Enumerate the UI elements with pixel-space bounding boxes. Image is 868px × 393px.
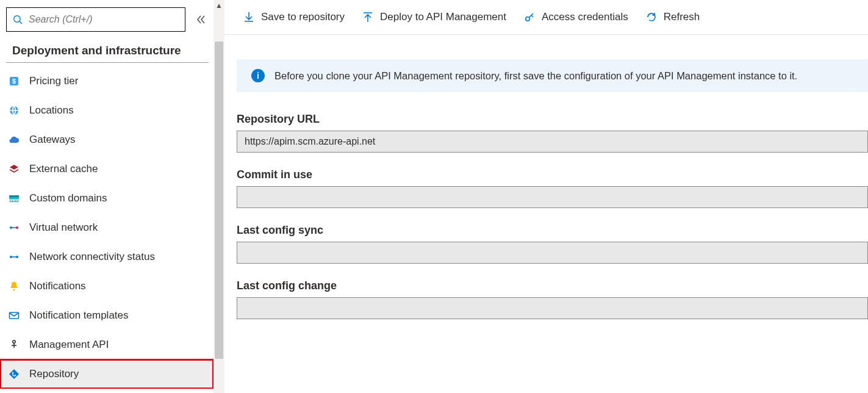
repo-icon bbox=[7, 367, 21, 381]
toolbar: Save to repository Deploy to API Managem… bbox=[224, 0, 868, 35]
sidebar-item-label: Locations bbox=[29, 104, 74, 117]
sidebar-item-custom-domains[interactable]: wwwCustom domains bbox=[0, 184, 213, 213]
sidebar-item-locations[interactable]: Locations bbox=[0, 96, 213, 125]
deploy-button[interactable]: Deploy to API Management bbox=[362, 11, 506, 23]
sidebar-item-label: Repository bbox=[29, 368, 79, 380]
toolbar-label: Refresh bbox=[664, 11, 700, 23]
svg-point-11 bbox=[16, 256, 18, 258]
commit-in-use-label: Commit in use bbox=[237, 168, 868, 181]
sidebar: Deployment and infrastructure $Pricing t… bbox=[0, 0, 213, 393]
toolbar-label: Save to repository bbox=[261, 11, 345, 23]
pricing-tier-icon: $ bbox=[7, 74, 21, 88]
sidebar-item-pricing-tier[interactable]: $Pricing tier bbox=[0, 67, 213, 96]
sidebar-item-gateways[interactable]: Gateways bbox=[0, 125, 213, 154]
search-input[interactable] bbox=[27, 13, 179, 26]
info-banner-text: Before you clone your API Management rep… bbox=[274, 70, 797, 82]
repository-url-field[interactable] bbox=[237, 131, 868, 153]
svg-line-1 bbox=[20, 21, 22, 24]
refresh-icon bbox=[645, 11, 658, 23]
info-icon: i bbox=[251, 69, 265, 82]
sidebar-nav: $Pricing tierLocationsGatewaysExternal c… bbox=[0, 67, 213, 389]
sidebar-item-management-api[interactable]: Management API bbox=[0, 330, 213, 359]
download-icon bbox=[243, 11, 255, 23]
sidebar-item-repository[interactable]: Repository bbox=[0, 359, 213, 389]
cloud-icon bbox=[7, 133, 21, 146]
svg-point-9 bbox=[16, 226, 18, 229]
last-config-sync-label: Last config sync bbox=[237, 224, 868, 237]
globe-icon bbox=[7, 104, 21, 117]
toolbar-label: Access credentials bbox=[542, 11, 628, 23]
sidebar-item-notification-templates[interactable]: Notification templates bbox=[0, 301, 213, 330]
commit-in-use-field[interactable] bbox=[237, 186, 868, 208]
upload-icon bbox=[362, 11, 374, 23]
svg-point-23 bbox=[526, 17, 529, 21]
svg-point-17 bbox=[12, 372, 13, 373]
repository-url-label: Repository URL bbox=[237, 113, 868, 126]
search-box[interactable] bbox=[6, 7, 185, 32]
sidebar-item-notifications[interactable]: Notifications bbox=[0, 272, 213, 301]
domain-icon: www bbox=[7, 192, 21, 205]
svg-point-10 bbox=[10, 256, 12, 258]
scroll-up-arrow[interactable]: ▲ bbox=[213, 1, 224, 10]
mail-icon bbox=[7, 309, 21, 322]
main-content: Save to repository Deploy to API Managem… bbox=[224, 0, 868, 393]
collapse-sidebar-button[interactable] bbox=[193, 12, 209, 27]
sidebar-item-network-connectivity-status[interactable]: Network connectivity status bbox=[0, 242, 213, 272]
svg-point-8 bbox=[10, 226, 12, 229]
sidebar-item-label: Network connectivity status bbox=[29, 251, 155, 263]
sidebar-scrollbar[interactable]: ▲ bbox=[213, 0, 224, 393]
last-config-sync-field[interactable] bbox=[237, 242, 868, 264]
sidebar-section-header: Deployment and infrastructure bbox=[6, 38, 209, 63]
network-icon bbox=[7, 221, 21, 234]
sidebar-item-label: External cache bbox=[29, 163, 98, 175]
sidebar-item-label: Pricing tier bbox=[29, 75, 78, 87]
sidebar-item-label: Gateways bbox=[29, 134, 76, 146]
svg-point-14 bbox=[13, 341, 15, 343]
connectivity-icon bbox=[7, 250, 21, 264]
sidebar-item-label: Notifications bbox=[29, 280, 86, 292]
sidebar-item-label: Virtual network bbox=[29, 222, 98, 234]
toolbar-label: Deploy to API Management bbox=[380, 11, 506, 23]
sidebar-item-virtual-network[interactable]: Virtual network bbox=[0, 213, 213, 242]
info-banner: i Before you clone your API Management r… bbox=[237, 59, 868, 92]
last-config-change-field[interactable] bbox=[237, 297, 868, 319]
api-icon bbox=[7, 338, 21, 352]
svg-line-25 bbox=[531, 15, 533, 17]
save-to-repository-button[interactable]: Save to repository bbox=[243, 11, 345, 23]
sidebar-item-label: Notification templates bbox=[29, 309, 129, 322]
svg-text:$: $ bbox=[12, 78, 16, 85]
search-icon bbox=[13, 15, 23, 24]
sidebar-item-external-cache[interactable]: External cache bbox=[0, 154, 213, 184]
scrollbar-thumb[interactable] bbox=[215, 41, 223, 359]
cache-icon bbox=[7, 162, 21, 176]
refresh-button[interactable]: Refresh bbox=[645, 11, 700, 23]
bell-icon bbox=[7, 279, 21, 293]
last-config-change-label: Last config change bbox=[237, 279, 868, 292]
sidebar-item-label: Management API bbox=[29, 339, 109, 351]
svg-point-12 bbox=[13, 289, 15, 290]
svg-text:www: www bbox=[9, 198, 20, 202]
sidebar-item-label: Custom domains bbox=[29, 192, 107, 204]
svg-point-0 bbox=[14, 16, 20, 22]
access-credentials-button[interactable]: Access credentials bbox=[523, 11, 628, 23]
key-icon bbox=[523, 11, 536, 23]
